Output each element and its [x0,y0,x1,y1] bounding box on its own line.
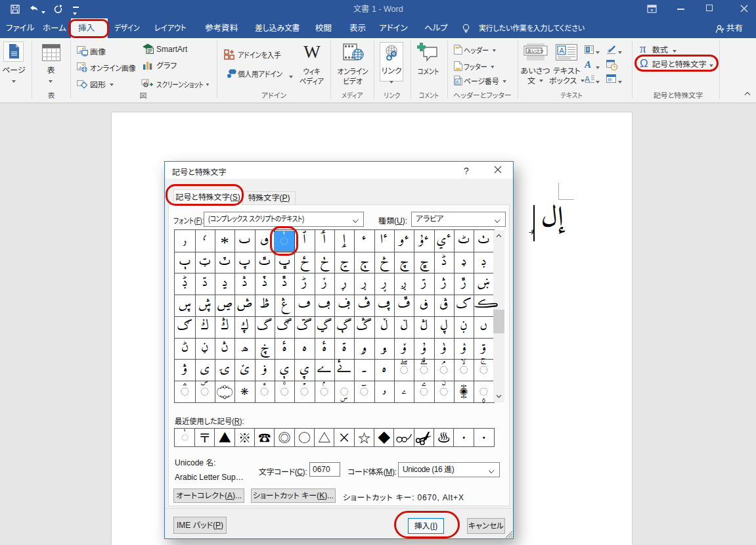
svg-text:A: A [560,47,565,55]
svg-text:あいさつ: あいさつ [527,47,543,54]
